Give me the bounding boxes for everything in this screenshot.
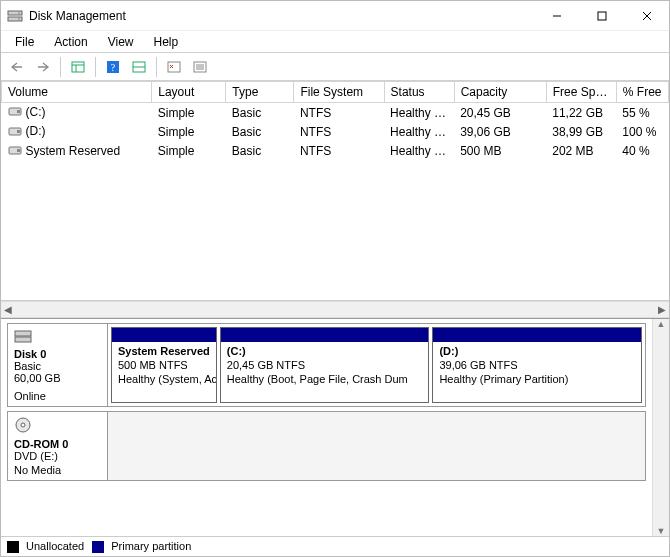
vertical-scrollbar[interactable]: ▲▼ bbox=[652, 319, 669, 536]
disk-state-label: Online bbox=[14, 390, 101, 402]
app-icon bbox=[7, 8, 23, 24]
disk-header[interactable]: Disk 0Basic60,00 GBOnline bbox=[8, 324, 108, 406]
svg-rect-0 bbox=[8, 11, 22, 15]
partition[interactable]: System Reserved500 MB NTFSHealthy (Syste… bbox=[111, 327, 217, 403]
svg-point-2 bbox=[18, 12, 20, 14]
svg-rect-26 bbox=[15, 331, 31, 336]
legend-primary: Primary partition bbox=[92, 540, 191, 553]
cell-type: Basic bbox=[226, 122, 294, 141]
partition-label: (C:) bbox=[227, 345, 423, 359]
volume-list-pane[interactable]: VolumeLayoutTypeFile SystemStatusCapacit… bbox=[1, 81, 669, 301]
hard-disk-icon bbox=[14, 328, 101, 346]
cell-layout: Simple bbox=[152, 122, 226, 141]
cell-layout: Simple bbox=[152, 103, 226, 123]
volume-name-label: (D:) bbox=[26, 124, 46, 138]
forward-button[interactable] bbox=[31, 56, 55, 78]
disk-row[interactable]: CD-ROM 0DVD (E:)No Media bbox=[7, 411, 646, 481]
partition-status: Healthy (Boot, Page File, Crash Dum bbox=[227, 373, 423, 387]
disk-row[interactable]: Disk 0Basic60,00 GBOnlineSystem Reserved… bbox=[7, 323, 646, 407]
optical-empty-area[interactable] bbox=[108, 412, 645, 480]
column-header[interactable]: Type bbox=[226, 82, 294, 103]
cell-layout: Simple bbox=[152, 142, 226, 161]
svg-rect-15 bbox=[168, 62, 180, 72]
partition-stripe bbox=[112, 328, 216, 342]
minimize-button[interactable] bbox=[534, 1, 579, 30]
cell-fs: NTFS bbox=[294, 122, 384, 141]
column-header[interactable]: Status bbox=[384, 82, 454, 103]
partition[interactable]: (C:)20,45 GB NTFSHealthy (Boot, Page Fil… bbox=[220, 327, 430, 403]
cell-name: (D:) bbox=[2, 122, 152, 141]
menu-view[interactable]: View bbox=[98, 33, 144, 51]
toolbar-separator bbox=[95, 57, 96, 77]
help-button[interactable]: ? bbox=[101, 56, 125, 78]
table-row[interactable]: (C:)SimpleBasicNTFSHealthy (B...20,45 GB… bbox=[2, 103, 669, 123]
cell-type: Basic bbox=[226, 103, 294, 123]
cell-name: (C:) bbox=[2, 103, 152, 123]
menu-file[interactable]: File bbox=[5, 33, 44, 51]
disk-type-label: Basic bbox=[14, 360, 101, 372]
table-row[interactable]: System ReservedSimpleBasicNTFSHealthy (S… bbox=[2, 142, 669, 161]
disk-rows[interactable]: Disk 0Basic60,00 GBOnlineSystem Reserved… bbox=[1, 319, 669, 536]
cell-capacity: 20,45 GB bbox=[454, 103, 546, 123]
disk-graphic-pane: Disk 0Basic60,00 GBOnlineSystem Reserved… bbox=[1, 318, 669, 556]
back-button[interactable] bbox=[5, 56, 29, 78]
partition-stripe bbox=[433, 328, 641, 342]
maximize-button[interactable] bbox=[579, 1, 624, 30]
close-button[interactable] bbox=[624, 1, 669, 30]
column-header[interactable]: Free Spa... bbox=[546, 82, 616, 103]
cell-status: Healthy (S... bbox=[384, 142, 454, 161]
disk-name-label: CD-ROM 0 bbox=[14, 438, 101, 450]
svg-point-3 bbox=[18, 18, 20, 20]
legend: Unallocated Primary partition bbox=[1, 536, 669, 556]
disk-header[interactable]: CD-ROM 0DVD (E:)No Media bbox=[8, 412, 108, 480]
svg-text:?: ? bbox=[111, 62, 116, 73]
disk-size-label: 60,00 GB bbox=[14, 372, 101, 384]
column-header[interactable]: File System bbox=[294, 82, 384, 103]
cell-free: 202 MB bbox=[546, 142, 616, 161]
svg-rect-23 bbox=[17, 130, 20, 133]
menu-action[interactable]: Action bbox=[44, 33, 97, 51]
volume-name-label: System Reserved bbox=[26, 144, 121, 158]
partition-label: (D:) bbox=[439, 345, 635, 359]
svg-rect-5 bbox=[598, 12, 606, 20]
column-header[interactable]: Volume bbox=[2, 82, 152, 103]
column-header[interactable]: Layout bbox=[152, 82, 226, 103]
legend-primary-label: Primary partition bbox=[111, 540, 191, 552]
drive-icon bbox=[8, 144, 22, 159]
svg-rect-8 bbox=[72, 62, 84, 72]
partition-size: 20,45 GB NTFS bbox=[227, 359, 423, 373]
cell-status: Healthy (P... bbox=[384, 122, 454, 141]
partition-stripe bbox=[221, 328, 429, 342]
cell-free: 38,99 GB bbox=[546, 122, 616, 141]
scroll-left-icon[interactable]: ◀ bbox=[4, 304, 12, 315]
cell-pct: 100 % bbox=[616, 122, 668, 141]
toolbar-separator bbox=[60, 57, 61, 77]
column-header[interactable]: Capacity bbox=[454, 82, 546, 103]
partition[interactable]: (D:)39,06 GB NTFSHealthy (Primary Partit… bbox=[432, 327, 642, 403]
window-title: Disk Management bbox=[29, 9, 534, 23]
settings-button[interactable] bbox=[162, 56, 186, 78]
scroll-right-icon[interactable]: ▶ bbox=[658, 304, 666, 315]
toolbar: ? bbox=[1, 53, 669, 81]
cell-fs: NTFS bbox=[294, 142, 384, 161]
volume-name-label: (C:) bbox=[26, 105, 46, 119]
disk-name-label: Disk 0 bbox=[14, 348, 101, 360]
list-style-button[interactable] bbox=[188, 56, 212, 78]
column-header[interactable]: % Free bbox=[616, 82, 668, 103]
cell-free: 11,22 GB bbox=[546, 103, 616, 123]
drive-icon bbox=[8, 105, 22, 120]
cell-pct: 55 % bbox=[616, 103, 668, 123]
horizontal-scrollbar[interactable]: ◀ ▶ bbox=[1, 301, 669, 318]
menu-help[interactable]: Help bbox=[144, 33, 189, 51]
menu-bar: FileActionViewHelp bbox=[1, 31, 669, 53]
swatch-primary-icon bbox=[92, 541, 104, 553]
panel-layout-button[interactable] bbox=[127, 56, 151, 78]
cell-capacity: 500 MB bbox=[454, 142, 546, 161]
view-options-button[interactable] bbox=[66, 56, 90, 78]
disk-state-label: No Media bbox=[14, 464, 101, 476]
partition-container: System Reserved500 MB NTFSHealthy (Syste… bbox=[108, 324, 645, 406]
legend-unallocated-label: Unallocated bbox=[26, 540, 84, 552]
cell-type: Basic bbox=[226, 142, 294, 161]
svg-rect-25 bbox=[17, 149, 20, 152]
table-row[interactable]: (D:)SimpleBasicNTFSHealthy (P...39,06 GB… bbox=[2, 122, 669, 141]
